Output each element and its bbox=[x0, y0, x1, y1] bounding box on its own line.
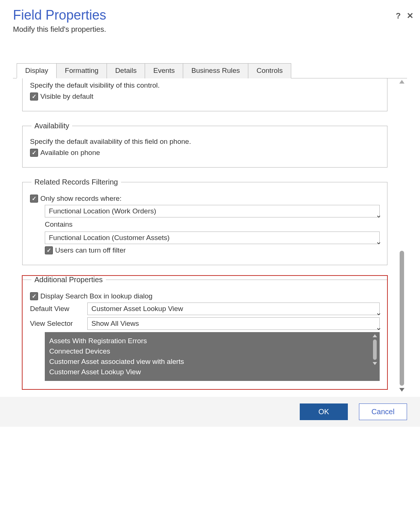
scroll-thumb[interactable] bbox=[400, 251, 404, 386]
view-selector-value: Show All Views bbox=[91, 320, 139, 328]
default-view-value: Customer Asset Lookup View bbox=[91, 305, 183, 313]
users-turn-off-row: Users can turn off filter bbox=[45, 246, 380, 254]
availability-legend: Availability bbox=[31, 122, 72, 130]
availability-fieldset: Availability Specify the default availab… bbox=[22, 122, 387, 168]
close-icon[interactable]: ✕ bbox=[407, 12, 413, 20]
ok-button[interactable]: OK bbox=[300, 403, 348, 420]
scroll-down-icon[interactable] bbox=[399, 388, 404, 392]
panel-scrollbar[interactable] bbox=[397, 78, 407, 393]
tab-strip: Display Formatting Details Events Busine… bbox=[17, 63, 407, 78]
list-item[interactable]: Assets With Registration Errors bbox=[49, 336, 375, 346]
visible-default-checkbox[interactable] bbox=[30, 92, 38, 101]
tab-display[interactable]: Display bbox=[17, 63, 57, 78]
users-turn-off-checkbox[interactable] bbox=[45, 246, 53, 254]
scroll-thumb[interactable] bbox=[373, 339, 377, 360]
related-select-1-value: Functional Location (Work Orders) bbox=[49, 207, 156, 215]
tab-events[interactable]: Events bbox=[145, 63, 183, 78]
help-icon[interactable]: ? bbox=[396, 12, 401, 20]
related-select-2[interactable]: Functional Location (Customer Assets) ⌄ bbox=[45, 232, 380, 244]
display-search-checkbox[interactable] bbox=[30, 292, 38, 300]
cancel-button[interactable]: Cancel bbox=[359, 403, 407, 420]
display-search-label: Display Search Box in lookup dialog bbox=[40, 292, 152, 300]
tab-formatting[interactable]: Formatting bbox=[56, 63, 107, 78]
dialog-title: Field Properties bbox=[13, 7, 407, 23]
default-view-label: Default View bbox=[30, 305, 87, 313]
visible-default-label: Visible by default bbox=[40, 92, 93, 101]
scroll-down-icon[interactable] bbox=[373, 362, 377, 365]
default-view-row: Default View Customer Asset Lookup View … bbox=[30, 303, 380, 315]
related-records-legend: Related Records Filtering bbox=[31, 178, 121, 186]
scroll-up-icon[interactable] bbox=[373, 334, 377, 337]
scroll-up-icon[interactable] bbox=[399, 80, 404, 84]
view-selector-select[interactable]: Show All Views ⌄ bbox=[87, 317, 380, 330]
tab-business-rules[interactable]: Business Rules bbox=[183, 63, 248, 78]
only-show-checkbox[interactable] bbox=[30, 195, 38, 203]
list-item[interactable]: Customer Asset associated view with aler… bbox=[49, 357, 375, 367]
additional-properties-fieldset: Additional Properties Display Search Box… bbox=[22, 276, 387, 389]
available-phone-label: Available on phone bbox=[40, 149, 100, 157]
view-selector-row: View Selector Show All Views ⌄ bbox=[30, 317, 380, 330]
visible-default-row: Visible by default bbox=[30, 92, 380, 101]
only-show-label: Only show records where: bbox=[40, 195, 122, 203]
list-item[interactable]: Connected Devices bbox=[49, 346, 375, 357]
tab-panel-wrap: Specify the default visibility of this c… bbox=[13, 78, 407, 393]
field-properties-dialog: Field Properties Modify this field's pro… bbox=[0, 0, 420, 427]
dialog-subtitle: Modify this field's properties. bbox=[13, 25, 407, 34]
visibility-fieldset: Specify the default visibility of this c… bbox=[22, 78, 387, 111]
related-records-fieldset: Related Records Filtering Only show reco… bbox=[22, 178, 387, 265]
tab-controls[interactable]: Controls bbox=[248, 63, 291, 78]
dialog-footer: OK Cancel bbox=[0, 397, 420, 427]
additional-properties-legend: Additional Properties bbox=[31, 276, 106, 284]
contains-label: Contains bbox=[45, 220, 380, 229]
content-wrap: Display Formatting Details Events Busine… bbox=[0, 63, 420, 393]
views-listbox[interactable]: Assets With Registration Errors Connecte… bbox=[45, 332, 380, 381]
users-turn-off-label: Users can turn off filter bbox=[55, 246, 126, 254]
view-selector-label: View Selector bbox=[30, 320, 87, 328]
only-show-row: Only show records where: bbox=[30, 195, 380, 203]
dialog-header: Field Properties Modify this field's pro… bbox=[0, 0, 420, 41]
tab-panel-display: Specify the default visibility of this c… bbox=[13, 78, 397, 393]
related-select-1[interactable]: Functional Location (Work Orders) ⌄ bbox=[45, 205, 380, 217]
related-select-2-value: Functional Location (Customer Assets) bbox=[49, 234, 169, 242]
display-search-row: Display Search Box in lookup dialog bbox=[30, 292, 380, 300]
scroll-track[interactable] bbox=[400, 86, 404, 386]
default-view-select[interactable]: Customer Asset Lookup View ⌄ bbox=[87, 303, 380, 315]
availability-desc: Specify the default availability of this… bbox=[30, 138, 380, 146]
available-phone-row: Available on phone bbox=[30, 149, 380, 157]
dialog-header-actions: ? ✕ bbox=[396, 12, 413, 20]
tab-details[interactable]: Details bbox=[107, 63, 145, 78]
list-item[interactable]: Customer Asset Lookup View bbox=[49, 367, 375, 377]
visibility-desc: Specify the default visibility of this c… bbox=[30, 81, 380, 89]
listbox-scrollbar[interactable] bbox=[372, 334, 378, 379]
available-phone-checkbox[interactable] bbox=[30, 149, 38, 157]
